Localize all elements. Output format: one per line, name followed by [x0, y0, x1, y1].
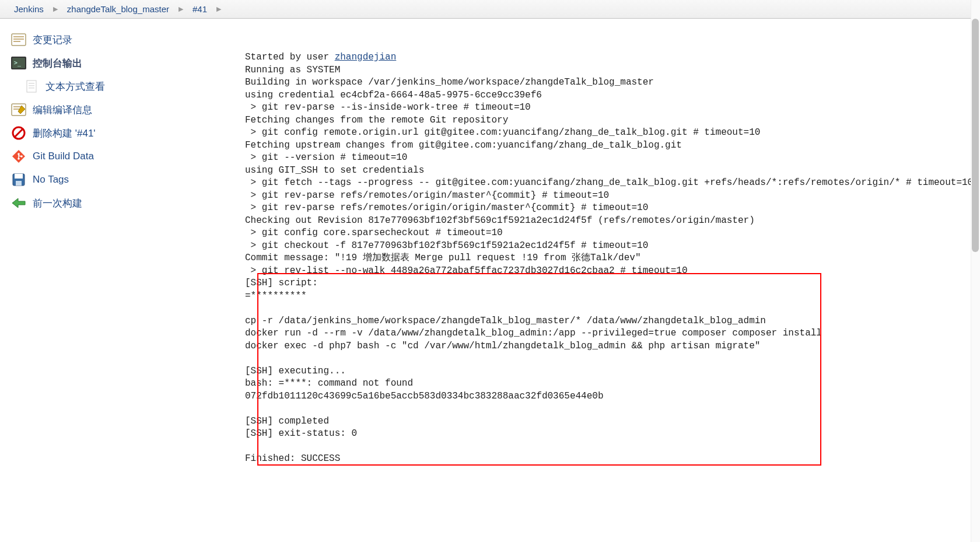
svg-rect-12 — [13, 106, 22, 107]
svg-rect-7 — [27, 81, 36, 92]
svg-text:>_: >_ — [14, 60, 22, 67]
svg-rect-8 — [29, 83, 34, 84]
sidebar-item-no-tags[interactable]: No Tags — [10, 168, 245, 191]
sidebar-item-plain-text[interactable]: 文本方式查看 — [10, 75, 245, 98]
svg-rect-9 — [29, 85, 34, 86]
delete-icon — [10, 126, 27, 140]
sidebar-item-delete-build[interactable]: 删除构建 '#41' — [10, 121, 245, 145]
sidebar-item-console-output[interactable]: >_ 控制台输出 — [10, 51, 245, 75]
console-body: Running as SYSTEM Building in workspace … — [245, 65, 973, 464]
sidebar-item-changes[interactable]: 变更记录 — [10, 28, 245, 51]
sidebar-item-label: 文本方式查看 — [46, 80, 105, 93]
svg-rect-22 — [15, 174, 23, 179]
changes-icon — [10, 33, 27, 47]
arrow-left-icon — [10, 196, 27, 210]
svg-rect-1 — [13, 36, 24, 37]
svg-line-20 — [19, 156, 22, 156]
svg-rect-3 — [13, 41, 20, 42]
main-content: Started by user zhangdejian Running as S… — [245, 19, 980, 542]
terminal-icon: >_ — [10, 56, 27, 70]
sidebar-item-label: 变更记录 — [33, 33, 72, 47]
sidebar-item-edit-build-info[interactable]: 编辑编译信息 — [10, 98, 245, 121]
svg-rect-23 — [16, 181, 22, 186]
document-icon — [23, 79, 40, 93]
sidebar-item-label: 删除构建 '#41' — [33, 127, 96, 140]
scrollbar-thumb[interactable] — [972, 19, 979, 252]
sidebar-item-label: 编辑编译信息 — [33, 103, 92, 117]
chevron-right-icon: ▶ — [172, 5, 190, 13]
sidebar-item-git-build-data[interactable]: Git Build Data — [10, 145, 245, 168]
svg-rect-10 — [29, 88, 34, 89]
breadcrumb-project[interactable]: zhangdeTalk_blog_master — [65, 4, 172, 14]
sidebar-item-previous-build[interactable]: 前一次构建 — [10, 191, 245, 215]
sidebar-item-label: 控制台输出 — [33, 57, 82, 70]
console-output: Started by user zhangdejian Running as S… — [245, 51, 980, 466]
edit-icon — [10, 103, 27, 117]
user-link[interactable]: zhangdejian — [335, 52, 397, 62]
sidebar: 变更记录 >_ 控制台输出 文本方式查看 编辑编译信息 删除构建 '#41' — [0, 19, 245, 542]
svg-line-15 — [15, 129, 23, 137]
breadcrumb-root[interactable]: Jenkins — [12, 4, 46, 14]
breadcrumb: Jenkins ▶ zhangdeTalk_blog_master ▶ #41 … — [0, 0, 980, 19]
git-icon — [10, 149, 27, 163]
save-icon — [10, 173, 27, 187]
scrollbar[interactable] — [971, 0, 980, 542]
chevron-right-icon: ▶ — [209, 5, 228, 13]
svg-rect-2 — [13, 39, 24, 40]
chevron-right-icon: ▶ — [46, 5, 65, 13]
sidebar-item-label: Git Build Data — [33, 151, 94, 162]
breadcrumb-build[interactable]: #41 — [190, 4, 209, 14]
console-started-prefix: Started by user — [245, 52, 335, 62]
sidebar-item-label: No Tags — [33, 174, 69, 186]
sidebar-item-label: 前一次构建 — [33, 197, 82, 210]
